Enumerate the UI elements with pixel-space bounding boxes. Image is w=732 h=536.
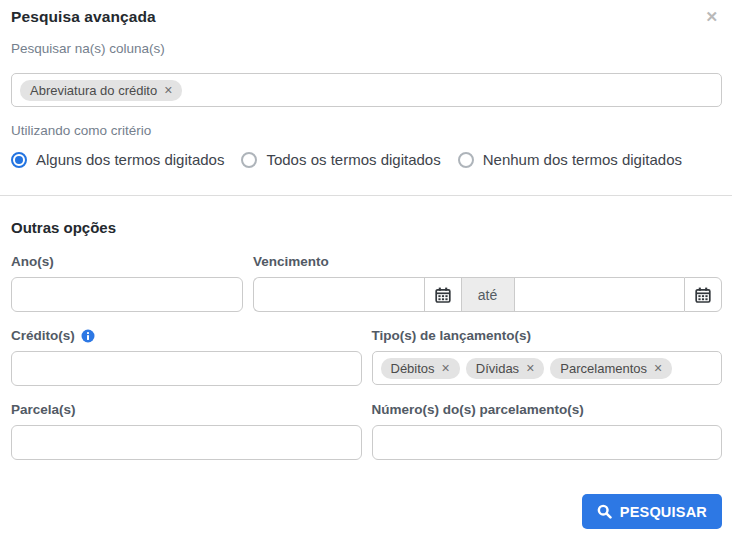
search-button-label: PESQUISAR	[620, 504, 707, 520]
field-parcelas: Parcela(s)	[11, 402, 362, 460]
tag-debitos: Débitos ×	[381, 358, 460, 379]
radio-unselected-icon[interactable]	[241, 152, 257, 168]
creditos-input[interactable]	[11, 351, 362, 386]
advanced-search-modal: Pesquisa avançada ✕ Pesquisar na(s) colu…	[0, 0, 732, 536]
radio-todos-termos[interactable]: Todos os termos digitados	[241, 151, 440, 168]
anos-label: Ano(s)	[11, 254, 243, 269]
tag-parcelamentos: Parcelamentos ×	[550, 358, 672, 379]
modal-footer: PESQUISAR	[11, 494, 722, 529]
tag-abreviatura-do-credito: Abreviatura do crédito ×	[20, 80, 182, 101]
anos-input[interactable]	[11, 277, 243, 312]
field-vencimento: Vencimento	[253, 254, 722, 312]
radio-alguns-termos[interactable]: Alguns dos termos digitados	[11, 151, 224, 168]
tag-remove-icon[interactable]: ×	[654, 362, 662, 374]
close-icon[interactable]: ✕	[701, 8, 722, 26]
calendar-icon[interactable]	[684, 277, 722, 312]
search-columns-input[interactable]: Abreviatura do crédito ×	[11, 73, 722, 107]
page-title: Pesquisa avançada	[11, 8, 156, 26]
parcelas-input[interactable]	[11, 425, 362, 460]
radio-unselected-icon[interactable]	[458, 152, 474, 168]
vencimento-to-input[interactable]	[514, 277, 685, 312]
modal-header: Pesquisa avançada ✕	[11, 8, 722, 26]
numeros-label: Número(s) do(s) parcelamento(s)	[372, 402, 723, 417]
tag-dividas: Dívidas ×	[466, 358, 545, 379]
creditos-label: Crédito(s)	[11, 328, 362, 343]
vencimento-label: Vencimento	[253, 254, 722, 269]
tag-label: Dívidas	[476, 361, 519, 376]
other-options-heading: Outras opções	[11, 219, 722, 236]
tag-label: Parcelamentos	[560, 361, 647, 376]
search-icon	[597, 504, 612, 519]
vencimento-range-group: até	[253, 277, 722, 312]
criteria-label: Utilizando como critério	[11, 123, 722, 138]
tag-remove-icon[interactable]: ×	[164, 84, 172, 96]
row-ano-vencimento: Ano(s) Vencimento	[11, 254, 722, 312]
field-creditos: Crédito(s)	[11, 328, 362, 386]
tag-remove-icon[interactable]: ×	[442, 362, 450, 374]
tipos-label: Tipo(s) de lançamento(s)	[372, 328, 723, 343]
tag-label: Abreviatura do crédito	[30, 83, 157, 98]
vencimento-separator: até	[462, 277, 514, 312]
row-parcela-numero: Parcela(s) Número(s) do(s) parcelamento(…	[11, 402, 722, 460]
parcelas-label: Parcela(s)	[11, 402, 362, 417]
tipos-lancamento-input[interactable]: Débitos × Dívidas × Parcelamentos ×	[372, 351, 723, 385]
field-numeros-parcelamento: Número(s) do(s) parcelamento(s)	[372, 402, 723, 460]
field-tipos-lancamento: Tipo(s) de lançamento(s) Débitos × Dívid…	[372, 328, 723, 386]
numeros-parcelamento-input[interactable]	[372, 425, 723, 460]
criteria-radio-group: Alguns dos termos digitados Todos os ter…	[11, 151, 722, 168]
calendar-icon[interactable]	[424, 277, 462, 312]
tag-label: Débitos	[391, 361, 435, 376]
radio-selected-icon[interactable]	[11, 152, 27, 168]
radio-nenhum-termos[interactable]: Nenhum dos termos digitados	[458, 151, 682, 168]
info-icon[interactable]	[81, 329, 95, 343]
row-credito-tipos: Crédito(s) Tipo(s) de lançamento(s) Débi…	[11, 328, 722, 386]
search-columns-label: Pesquisar na(s) coluna(s)	[11, 41, 722, 56]
field-anos: Ano(s)	[11, 254, 243, 312]
vencimento-from-input[interactable]	[253, 277, 424, 312]
section-divider	[0, 195, 732, 196]
search-button[interactable]: PESQUISAR	[582, 494, 722, 529]
tag-remove-icon[interactable]: ×	[526, 362, 534, 374]
